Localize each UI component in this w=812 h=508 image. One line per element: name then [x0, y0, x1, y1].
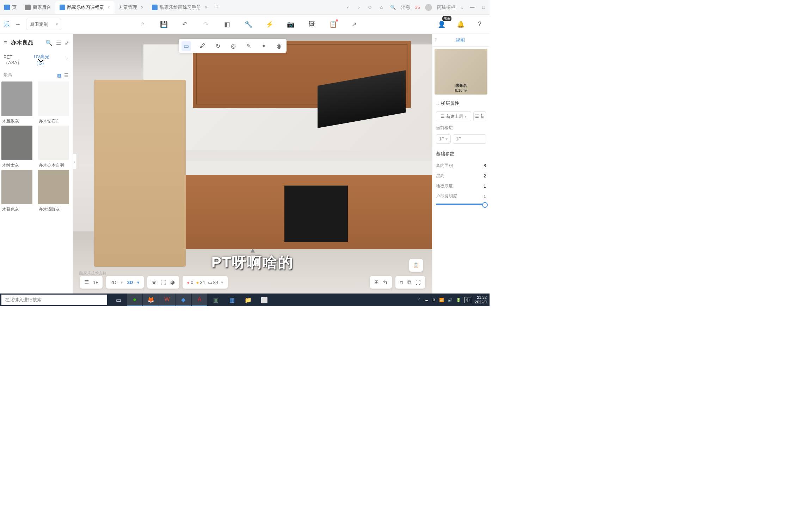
gauge-icon[interactable]: ◕	[170, 279, 175, 285]
drag-handle-icon[interactable]: ⠿	[436, 101, 439, 106]
frame-out-icon[interactable]: ⧉	[407, 279, 411, 285]
external-icon[interactable]: ↗	[348, 18, 361, 31]
swatch-item[interactable]: 亦木浅咖灰	[38, 170, 71, 212]
close-icon[interactable]: ×	[141, 5, 143, 10]
paint-tool-icon[interactable]: 🖌	[197, 41, 207, 50]
focus-tool-icon[interactable]: ◎	[229, 41, 238, 51]
design-viewport[interactable]: ‹ ▭ 🖌 ↻ ◎ ✎ ✦ ◉ ▴ 酷家乐技术支持 PT呀啊啥的 ☰ 1F 2D…	[73, 34, 432, 294]
view-2d-button[interactable]: 2D	[110, 280, 116, 285]
toggle-icon[interactable]: ⊞	[374, 279, 379, 285]
room-thumbnail[interactable]: 未命名 8.16m²	[435, 49, 487, 95]
browser-tab-project[interactable]: 方案管理 ×	[115, 1, 148, 14]
grid-view-icon[interactable]: ▦	[56, 72, 62, 78]
swatch-item[interactable]: 亦木钻石白	[38, 81, 71, 124]
tray-chevron-icon[interactable]: ⌃	[418, 298, 421, 302]
nav-forward-icon[interactable]: ›	[356, 5, 362, 10]
nav-back-icon[interactable]: ‹	[345, 5, 351, 10]
minimize-icon[interactable]: —	[469, 5, 475, 10]
folder-icon[interactable]: 📁	[240, 294, 256, 306]
taskbar-clock[interactable]: 21:32 2022/9	[475, 295, 487, 304]
save-icon[interactable]: 💾	[158, 18, 170, 31]
switch-icon[interactable]: ⇆	[383, 279, 388, 285]
chevron-down-icon[interactable]: ⌄	[460, 5, 464, 10]
clipboard-button[interactable]: 📋	[409, 259, 423, 272]
floor-name-input[interactable]: 1F	[453, 134, 486, 144]
status-counts[interactable]: 0 34 84 ▾	[183, 276, 228, 289]
new-tab-button[interactable]: +	[212, 4, 223, 11]
expand-icon[interactable]: ⤢	[64, 40, 69, 46]
bell-icon[interactable]: 🔔	[454, 18, 467, 31]
mode-select[interactable]: 厨卫定制	[26, 19, 61, 30]
list-view-icon[interactable]: ☰	[63, 72, 69, 78]
avatar[interactable]	[425, 4, 432, 11]
help-icon[interactable]: ?	[473, 18, 486, 31]
bolt-icon[interactable]: ⚡	[263, 18, 276, 31]
kujiale-icon[interactable]: ◆	[176, 294, 191, 306]
panel-collapse-handle[interactable]: ‹	[73, 154, 77, 169]
back-button[interactable]: ←	[13, 19, 23, 30]
plugin-tool-icon[interactable]: ✦	[259, 41, 268, 51]
thickness-value[interactable]: 1	[472, 184, 486, 189]
opacity-slider[interactable]	[436, 204, 486, 205]
user-icon[interactable]: 👤黑色	[435, 18, 448, 31]
browser-tab-home[interactable]: 页	[0, 1, 21, 14]
swatch-item[interactable]: 木绅士灰	[1, 126, 35, 168]
close-icon[interactable]: ×	[107, 5, 110, 10]
browser-tab-merchant[interactable]: 商家后台	[21, 1, 55, 14]
refresh-icon[interactable]: ⟳	[367, 5, 374, 10]
task-view-icon[interactable]: ▭	[111, 294, 126, 306]
frame-in-icon[interactable]: ⧈	[400, 279, 403, 285]
select-tool-icon[interactable]: ▭	[182, 41, 191, 51]
view-3d-button[interactable]: 3D	[127, 280, 133, 285]
camera-icon[interactable]: 📷	[284, 18, 297, 31]
clipboard-icon[interactable]: 📋	[327, 18, 339, 31]
eye-icon[interactable]: 👁	[152, 279, 157, 285]
battery-icon[interactable]: 🔋	[456, 298, 461, 302]
menu-icon[interactable]: ≡	[4, 39, 7, 47]
close-icon[interactable]: ×	[204, 5, 207, 10]
app-icon[interactable]: ▦	[224, 294, 240, 306]
cube-icon[interactable]: ⬚	[161, 279, 166, 285]
autocad-icon[interactable]: A	[192, 294, 207, 306]
tray-icon[interactable]: ☁	[424, 298, 428, 302]
firefox-icon[interactable]: 🦊	[143, 294, 159, 306]
floor-short-select[interactable]: 1F ▾	[436, 134, 451, 144]
floor-switcher[interactable]: ☰ 1F	[80, 276, 103, 289]
area-value[interactable]: 8	[472, 163, 486, 168]
app-logo[interactable]: 乐	[4, 20, 10, 29]
height-value[interactable]: 2	[472, 174, 486, 179]
home-icon[interactable]: ⌂	[136, 18, 149, 31]
chevron-down-icon[interactable]: ▾	[121, 280, 123, 285]
chevron-down-icon[interactable]: ▾	[137, 280, 140, 285]
redo-icon[interactable]: ↷	[200, 18, 213, 31]
wrench-icon[interactable]: 🔧	[242, 18, 255, 31]
wps-icon[interactable]: W	[159, 294, 175, 306]
app-icon[interactable]: ⬜	[257, 294, 272, 306]
opacity-value[interactable]: 1	[472, 194, 486, 199]
windows-search-input[interactable]: 在此键入进行搜索	[1, 295, 107, 305]
list-icon[interactable]: ☰	[56, 40, 61, 46]
swatch-item[interactable]: 亦木亦木白羽	[38, 126, 71, 168]
search-icon[interactable]: 🔍	[390, 5, 396, 10]
swatch-item[interactable]: 木雅致灰	[1, 81, 35, 124]
image-icon[interactable]: 🖼	[306, 18, 318, 31]
wifi-icon[interactable]: 📶	[439, 298, 444, 302]
search-icon[interactable]: 🔍	[45, 40, 53, 46]
chevron-up-icon[interactable]: ⌃	[65, 58, 69, 63]
browser-tab-drawing[interactable]: 酷家乐绘画练习手册 ×	[148, 1, 211, 14]
messages-label[interactable]: 消息	[401, 4, 410, 11]
app-icon[interactable]: ▣	[208, 294, 223, 306]
maximize-icon[interactable]: □	[480, 5, 487, 10]
ime-indicator[interactable]: 中	[465, 297, 471, 303]
fullscreen-icon[interactable]: ⛶	[416, 279, 421, 285]
swatch-item[interactable]: 木暮色灰	[1, 170, 35, 212]
new-button[interactable]: ☰ 新	[473, 111, 486, 121]
tab-pet-asa[interactable]: PET（ASA）	[4, 52, 29, 68]
tray-icon[interactable]: 🖥	[432, 298, 436, 302]
home-icon[interactable]: ⌂	[379, 5, 385, 10]
undo-icon[interactable]: ↶	[179, 18, 191, 31]
new-upper-floor-button[interactable]: ☰ 新建上层 ▾	[436, 111, 471, 121]
wechat-icon[interactable]: ●	[127, 294, 142, 306]
eraser-icon[interactable]: ◧	[221, 18, 234, 31]
rotate-tool-icon[interactable]: ↻	[214, 41, 222, 51]
